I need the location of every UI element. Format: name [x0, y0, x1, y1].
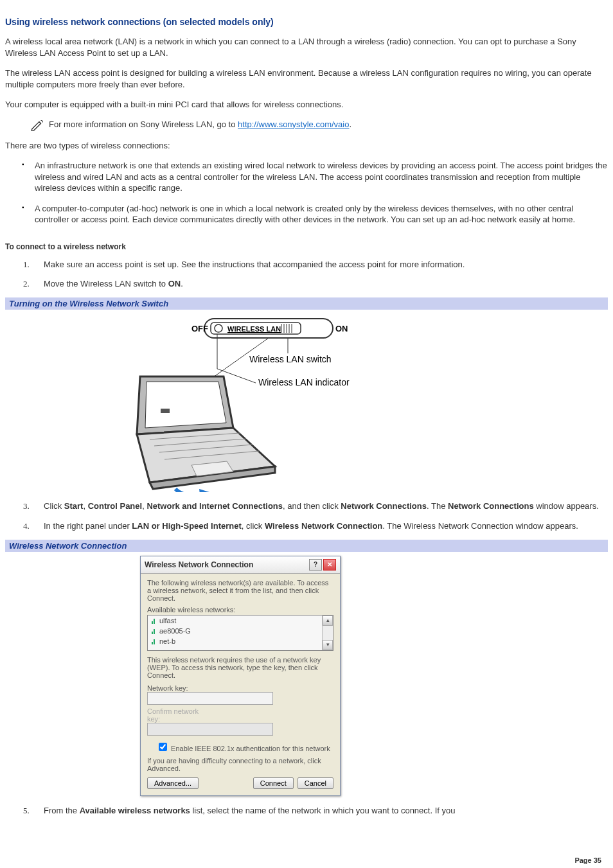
- note-text: For more information on Sony Wireless LA…: [49, 120, 351, 129]
- svg-text:OFF: OFF: [191, 324, 208, 333]
- step2-on: ON: [168, 279, 181, 288]
- step-1: Make sure an access point is set up. See…: [31, 259, 608, 270]
- network-item[interactable]: net-b: [148, 636, 333, 646]
- signal-icon: [150, 628, 157, 634]
- help-button[interactable]: ?: [309, 559, 322, 571]
- step-4: In the right panel under LAN or High-Spe…: [31, 520, 608, 532]
- svg-text:Wireless LAN switch: Wireless LAN switch: [249, 354, 332, 364]
- steps-list-continued-2: From the Available wireless networks lis…: [5, 805, 608, 817]
- bullet-adhoc: A computer-to-computer (ad-hoc) network …: [22, 203, 608, 226]
- svg-text:Wireless LAN indicator: Wireless LAN indicator: [258, 377, 350, 387]
- ieee-auth-checkbox[interactable]: [159, 743, 167, 751]
- svg-rect-27: [161, 409, 170, 413]
- listbox-scrollbar[interactable]: ▴▾: [322, 616, 333, 650]
- available-networks-listbox[interactable]: ulfast ae8005-G net-b ▴▾: [147, 615, 333, 651]
- wireless-connection-dialog: Wireless Network Connection ? ✕ The foll…: [140, 556, 341, 796]
- step-2: Move the Wireless LAN switch to ON.: [31, 278, 608, 290]
- network-item[interactable]: ulfast: [148, 616, 333, 626]
- caption-dialog: Wireless Network Connection: [5, 540, 608, 552]
- note-row: For more information on Sony Wireless LA…: [31, 120, 608, 131]
- note-prefix: For more information on Sony Wireless LA…: [49, 120, 238, 129]
- wep-text: This wireless network requires the use o…: [147, 656, 333, 679]
- svg-marker-18: [145, 382, 226, 428]
- svg-text:ON: ON: [335, 324, 348, 333]
- cancel-button[interactable]: Cancel: [298, 777, 333, 789]
- advanced-button[interactable]: Advanced...: [147, 777, 199, 789]
- dialog-titlebar: Wireless Network Connection ? ✕: [141, 556, 340, 574]
- dialog-figure-wrap: Wireless Network Connection ? ✕ The foll…: [5, 552, 608, 805]
- available-networks-label: Available wireless networks:: [147, 606, 333, 614]
- network-key-input[interactable]: [147, 692, 273, 705]
- step-5: From the Available wireless networks lis…: [31, 805, 608, 817]
- confirm-key-input: [147, 723, 273, 736]
- step-3: Click Start, Control Panel, Network and …: [31, 500, 608, 512]
- svg-marker-26: [199, 489, 209, 492]
- scroll-up-icon[interactable]: ▴: [323, 616, 333, 626]
- steps-list-continued: Click Start, Control Panel, Network and …: [5, 500, 608, 531]
- connection-types-list: An infrastructure network is one that ex…: [5, 160, 608, 226]
- paragraph-types-intro: There are two types of wireless connecti…: [5, 140, 608, 152]
- step2-post: .: [181, 279, 183, 288]
- close-button[interactable]: ✕: [323, 559, 336, 571]
- dialog-title-text: Wireless Network Connection: [145, 560, 253, 569]
- note-suffix: .: [349, 120, 351, 129]
- paragraph-intro-1: A wireless local area network (LAN) is a…: [5, 36, 608, 58]
- network-item[interactable]: ae8005-G: [148, 626, 333, 636]
- bullet-infrastructure: An infrastructure network is one that ex…: [22, 160, 608, 194]
- difficulty-text: If you are having difficulty connecting …: [147, 757, 333, 772]
- signal-icon: [150, 638, 157, 644]
- paragraph-intro-3: Your computer is equipped with a built-i…: [5, 99, 608, 111]
- caption-switch: Turning on the Wireless Network Switch: [5, 297, 608, 310]
- paragraph-intro-2: The wireless LAN access point is designe…: [5, 67, 608, 90]
- confirm-key-label: Confirm network key:: [147, 707, 211, 723]
- connect-button[interactable]: Connect: [253, 777, 294, 789]
- scroll-down-icon[interactable]: ▾: [323, 640, 333, 650]
- pen-note-icon: [31, 120, 45, 131]
- dialog-intro-text: The following wireless network(s) are av…: [147, 579, 333, 602]
- page-number: Page 35: [574, 856, 601, 864]
- section-heading: Using wireless network connections (on s…: [5, 17, 608, 27]
- sonystyle-link[interactable]: http://www.sonystyle.com/vaio: [238, 120, 349, 129]
- svg-text:WIRELESS LAN: WIRELESS LAN: [227, 325, 281, 333]
- steps-list: Make sure an access point is set up. See…: [5, 259, 608, 290]
- network-key-label: Network key:: [147, 684, 211, 692]
- subheading-connect: To connect to a wireless network: [5, 242, 608, 251]
- laptop-switch-illustration: OFF WIRELESS LAN ON Wireless LAN switch …: [114, 312, 391, 492]
- ieee-auth-label: Enable IEEE 802.1x authentication for th…: [171, 745, 330, 752]
- signal-icon: [150, 617, 157, 624]
- step2-pre: Move the Wireless LAN switch to: [44, 279, 168, 288]
- figure-wlan-switch: OFF WIRELESS LAN ON Wireless LAN switch …: [5, 310, 608, 500]
